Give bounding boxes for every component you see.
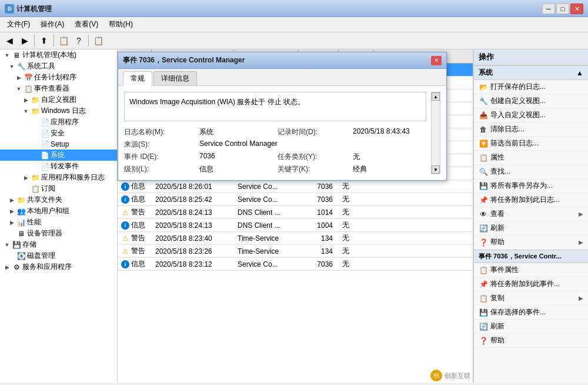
action-item[interactable]: 💾 将所有事件另存为... <box>474 179 588 193</box>
actions-system-section: 系统 ▲ <box>474 65 588 80</box>
table-row[interactable]: ⚠ 警告 2020/5/18 8:23:26 Time-Service 134 … <box>118 245 473 258</box>
back-button[interactable]: ◀ <box>2 34 16 48</box>
action-item[interactable]: 📋 属性 <box>474 151 588 165</box>
tree-item-task-scheduler[interactable]: ▶ 📅 任务计划程序 <box>0 72 117 83</box>
action-item[interactable]: 📌 将任务附加到此事件... <box>474 277 588 291</box>
task-value: 无 <box>353 152 426 162</box>
device-icon: 🖥 <box>16 229 26 238</box>
action-item[interactable]: 🔄 刷新 <box>474 221 588 235</box>
watermark: 创 创新互联 <box>430 370 470 381</box>
maximize-button[interactable]: □ <box>556 4 569 14</box>
cell-task: 无 <box>339 219 374 231</box>
action-label: 筛选当前日志... <box>490 138 539 148</box>
action-label: 将所有事件另存为... <box>490 181 553 191</box>
forward-button[interactable]: ▶ <box>18 34 32 48</box>
tree-item-windows-log[interactable]: ▼ 📁 Windows 日志 <box>0 105 117 117</box>
tree-item-event-viewer[interactable]: ▼ 📋 事件查看器 <box>0 83 117 94</box>
cell-id: 7036 <box>299 194 339 205</box>
tree-item-system-tools[interactable]: ▼ 🔧 系统工具 <box>0 61 117 72</box>
menu-action[interactable]: 操作(A) <box>36 18 69 31</box>
minimize-button[interactable]: ─ <box>542 4 555 14</box>
action-icon: 📥 <box>479 111 488 120</box>
show-hide-button[interactable]: 📋 <box>56 34 71 48</box>
expand-icon[interactable]: ▶ <box>21 95 31 105</box>
cell-level: ⚠ 警告 <box>118 206 152 218</box>
tree-item-system[interactable]: 📄 系统 <box>0 150 117 161</box>
tree-item-disk-mgmt[interactable]: 💽 磁盘管理 <box>0 250 117 261</box>
tree-item-local-users[interactable]: ▶ 👥 本地用户和组 <box>0 205 117 217</box>
tree-item-performance[interactable]: ▶ 📊 性能 <box>0 217 117 228</box>
menu-file[interactable]: 文件(F) <box>2 18 35 31</box>
expand-icon[interactable]: ▶ <box>7 207 16 216</box>
expand-icon <box>31 140 40 149</box>
action-item[interactable]: 👁 查看 ▶ <box>474 207 588 221</box>
expand-icon[interactable]: ▶ <box>2 263 12 272</box>
table-row[interactable]: i 信息 2020/5/18 8:25:42 Service Co... 703… <box>118 193 473 206</box>
menu-help[interactable]: 帮助(H) <box>104 18 138 31</box>
dialog-tab-details[interactable]: 详细信息 <box>153 71 197 85</box>
action-item[interactable]: 📋 事件属性 <box>474 263 588 277</box>
tree-item-security[interactable]: 📄 安全 <box>0 128 117 139</box>
action-label: 帮助 <box>490 336 505 346</box>
tree-item-computer[interactable]: ▼ 🖥 计算机管理(本地) <box>0 49 117 61</box>
action-item[interactable]: 📂 打开保存的日志... <box>474 80 588 94</box>
cell-task: 无 <box>339 245 374 257</box>
scroll-up-button[interactable]: ▲ <box>432 92 440 101</box>
help-button[interactable]: ? <box>72 34 86 48</box>
tree-item-custom-view[interactable]: ▶ 📁 自定义视图 <box>0 94 117 105</box>
table-row[interactable]: i 信息 2020/5/18 8:24:13 DNS Client ... 10… <box>118 219 473 232</box>
dialog-close-button[interactable]: ✕ <box>431 56 442 65</box>
tree-item-app-services[interactable]: ▶ 📁 应用程序和服务日志 <box>0 172 117 183</box>
tree-label: 系统 <box>51 150 65 160</box>
tree-label: 自定义视图 <box>41 95 76 105</box>
tree-item-subscription[interactable]: 📋 订阅 <box>0 183 117 194</box>
close-button[interactable]: ✕ <box>570 4 583 14</box>
tree-item-application[interactable]: 📄 应用程序 <box>0 117 117 128</box>
action-item[interactable]: 🔧 创建自定义视图... <box>474 94 588 108</box>
action-icon: 💾 <box>479 308 488 317</box>
table-row[interactable]: ⚠ 警告 2020/5/18 8:24:13 DNS Client ... 10… <box>118 206 473 219</box>
action-item[interactable]: 📥 导入自定义视图... <box>474 108 588 122</box>
action-item[interactable]: ❓ 帮助 ▶ <box>474 235 588 250</box>
table-row[interactable]: i 信息 2020/5/18 8:23:12 Service Co... 703… <box>118 258 473 271</box>
expand-icon[interactable]: ▼ <box>7 62 16 71</box>
action-label: 创建自定义视图... <box>490 96 546 106</box>
tree-item-device-mgr[interactable]: 🖥 设备管理器 <box>0 228 117 239</box>
action-item[interactable]: 🔄 刷新 <box>474 320 588 334</box>
action-item[interactable]: 📌 将任务附加到此日志... <box>474 193 588 207</box>
dialog-scrollbar[interactable]: ▲ ▼ <box>431 92 440 174</box>
tree-item-services[interactable]: ▶ ⚙ 服务和应用程序 <box>0 261 117 273</box>
tree-label: 事件查看器 <box>34 84 69 94</box>
tree-item-forwarded[interactable]: 📄 转发事件 <box>0 161 117 172</box>
window-titlebar: ⚙ 计算机管理 ─ □ ✕ <box>0 0 588 17</box>
tree-item-setup[interactable]: 📄 Setup <box>0 139 117 150</box>
action-item[interactable]: ❓ 帮助 <box>474 334 588 348</box>
expand-icon[interactable]: ▼ <box>2 51 12 60</box>
expand-icon[interactable]: ▶ <box>21 173 31 182</box>
dialog-main: Windows Image Acquisition (WIA) 服务处于 停止 … <box>124 92 426 174</box>
expand-icon[interactable]: ▼ <box>21 107 31 116</box>
action-item[interactable]: 💾 保存选择的事件... <box>474 306 588 320</box>
action-item[interactable]: 🔍 查找... <box>474 165 588 179</box>
expand-icon[interactable]: ▶ <box>7 218 16 227</box>
table-row[interactable]: i 信息 2020/5/18 8:26:01 Service Co... 703… <box>118 180 473 193</box>
expand-icon[interactable]: ▶ <box>14 73 24 82</box>
expand-icon[interactable]: ▼ <box>2 240 12 250</box>
table-row[interactable]: ⚠ 警告 2020/5/18 8:23:40 Time-Service 134 … <box>118 232 473 245</box>
subscription-icon: 📋 <box>31 184 40 194</box>
action-item[interactable]: 🗑 清除日志... <box>474 122 588 137</box>
export-button[interactable]: 📋 <box>91 34 105 48</box>
action-label: 刷新 <box>490 321 505 331</box>
dialog-tab-general[interactable]: 常规 <box>123 71 152 86</box>
tree-item-shared-folders[interactable]: ▶ 📁 共享文件夹 <box>0 194 117 205</box>
cell-task: 无 <box>339 206 374 218</box>
expand-icon[interactable]: ▼ <box>14 84 24 94</box>
cell-date: 2020/5/18 8:23:40 <box>152 233 234 244</box>
action-item[interactable]: 📋 复制 ▶ <box>474 291 588 306</box>
expand-icon[interactable]: ▶ <box>7 195 16 205</box>
scroll-down-button[interactable]: ▼ <box>432 165 440 174</box>
up-button[interactable]: ⬆ <box>37 34 51 48</box>
tree-item-storage[interactable]: ▼ 💾 存储 <box>0 239 117 250</box>
menu-view[interactable]: 查看(V) <box>70 18 103 31</box>
action-item[interactable]: 🔽 筛选当前日志... <box>474 137 588 151</box>
